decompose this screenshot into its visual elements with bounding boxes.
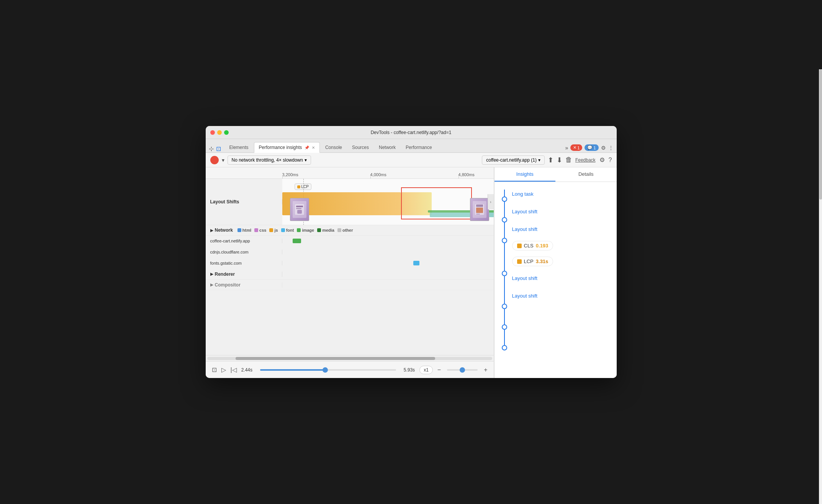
layout-shift-3-link[interactable]: Layout shift — [512, 275, 538, 281]
screenshot-thumb-1[interactable] — [290, 198, 309, 221]
layout-shifts-label: Layout Shifts — [206, 199, 282, 205]
tab-network[interactable]: Network — [374, 142, 400, 152]
title-bar: DevTools - coffee-cart.netlify.app/?ad=1 — [206, 126, 617, 139]
insights-tabs: Insights Details — [495, 167, 617, 182]
vline-6 — [504, 309, 505, 324]
v-circle-7 — [502, 345, 507, 350]
network-row-1: coffee-cart.netlify.app — [206, 236, 494, 247]
scroll-track[interactable] — [207, 357, 492, 360]
url-dropdown[interactable]: coffee-cart.netlify.app (1) ▾ — [482, 155, 545, 165]
zoom-out-icon[interactable]: − — [437, 367, 441, 373]
insight-item-layout4: Layout shift — [512, 287, 617, 304]
ruler-tick-3200 — [282, 175, 283, 178]
settings-icon[interactable]: ⚙ — [601, 145, 606, 151]
legend-html: html — [237, 228, 251, 232]
tab-sources[interactable]: Sources — [347, 142, 373, 152]
legend-js: js — [269, 228, 278, 232]
record-button[interactable] — [210, 156, 219, 164]
vline-2 — [504, 202, 505, 217]
time-start: 2.44s — [241, 367, 252, 373]
layout-shift-4-link[interactable]: Layout shift — [512, 293, 538, 299]
import-icon[interactable]: ⬇ — [557, 156, 562, 164]
close-button[interactable] — [210, 130, 215, 135]
v-circle-4 — [502, 271, 507, 276]
cls-badge: CLS 0.193 — [512, 241, 553, 250]
network-row-2-label: cdnjs.cloudflare.com — [206, 250, 282, 254]
url-chevron-icon: ▾ — [538, 157, 540, 163]
tab-insights[interactable]: Insights — [495, 167, 556, 182]
throttle-dropdown[interactable]: No network throttling, 4× slowdown ▾ — [228, 155, 311, 165]
zoom-in-icon[interactable]: + — [484, 367, 487, 373]
tab-console[interactable]: Console — [321, 142, 347, 152]
cls-badge-row: CLS 0.193 — [512, 238, 617, 254]
scroll-thumb[interactable] — [236, 357, 435, 360]
minimize-button[interactable] — [217, 130, 222, 135]
message-badge[interactable]: 💬 1 — [585, 144, 598, 151]
main-content: 3,200ms 4,000ms 4,800ms Layout Shifts — [206, 167, 617, 378]
svg-rect-6 — [476, 208, 483, 213]
network-row-1-content — [282, 236, 494, 246]
insights-panel: Insights Details — [494, 167, 617, 378]
playback-slider[interactable] — [260, 369, 396, 371]
timeline-area[interactable]: Layout Shifts LCP — [206, 179, 494, 355]
ruler-tick-4000 — [370, 175, 371, 178]
expand-chevron-icon: › — [490, 200, 491, 204]
cls-value: 0.193 — [536, 243, 549, 249]
toolbar-right: Feedback ⚙ ? — [575, 156, 612, 164]
scroll-area[interactable] — [206, 355, 494, 361]
skip-start-button[interactable]: |◁ — [231, 366, 237, 373]
layout-shifts-content: LCP — [282, 179, 494, 225]
network-row-3: fonts.gstatic.com — [206, 258, 494, 269]
renderer-collapse-icon: ▶ — [210, 272, 213, 276]
ruler-mark-4000: 4,000ms — [370, 172, 386, 177]
insights-content: Long task Layout shift Layout shift — [495, 182, 617, 378]
inspect-icon[interactable]: ⊡ — [216, 145, 221, 152]
long-task-link[interactable]: Long task — [512, 191, 534, 197]
feedback-link[interactable]: Feedback — [575, 157, 596, 163]
tab-close-icon[interactable]: ✕ — [312, 146, 315, 150]
layout-shifts-row: Layout Shifts LCP — [206, 179, 494, 225]
tab-elements[interactable]: Elements — [225, 142, 253, 152]
network-header[interactable]: ▶ Network html css js — [206, 225, 494, 236]
maximize-button[interactable] — [224, 130, 229, 135]
tab-performance[interactable]: Performance — [401, 142, 437, 152]
network-bar-1 — [293, 239, 301, 243]
legend-dot-js — [269, 228, 273, 232]
compositor-label: ▶ Compositor — [206, 282, 282, 288]
speed-badge[interactable]: x1 — [419, 366, 433, 374]
screenshot-button[interactable]: ⊡ — [212, 366, 217, 373]
error-badge[interactable]: ✕ 1 — [570, 144, 582, 151]
screenshot-thumb-2[interactable] — [470, 198, 489, 221]
play-button[interactable]: ▷ — [221, 366, 226, 373]
renderer-row[interactable]: ▶ Renderer — [206, 269, 494, 280]
legend-dot-html — [237, 228, 241, 232]
cursor-icon[interactable]: ⊹ — [209, 145, 214, 152]
tab-bar-right: » ✕ 1 💬 1 ⚙ ⋮ — [565, 144, 613, 152]
tab-details[interactable]: Details — [555, 167, 617, 182]
zoom-thumb[interactable] — [460, 367, 465, 373]
zoom-slider[interactable] — [447, 369, 478, 371]
legend-font: font — [281, 228, 294, 232]
settings-gear-icon[interactable]: ⚙ — [599, 156, 605, 164]
export-icon[interactable]: ⬆ — [548, 156, 553, 164]
compositor-row[interactable]: ▶ Compositor — [206, 280, 494, 290]
delete-icon[interactable]: 🗑 — [565, 156, 572, 164]
layout-shift-1-link[interactable]: Layout shift — [512, 209, 538, 214]
network-row-2-content — [282, 247, 494, 257]
insight-item-layout3: Layout shift — [512, 269, 617, 287]
more-icon[interactable]: ⋮ — [608, 145, 614, 151]
layout-shift-2-link[interactable]: Layout shift — [512, 226, 538, 232]
v-circle-1 — [502, 196, 507, 202]
pin-icon: 📌 — [305, 146, 309, 150]
slider-thumb[interactable] — [323, 367, 328, 373]
svg-rect-2 — [296, 208, 301, 209]
help-icon[interactable]: ? — [609, 157, 612, 164]
cls-label: CLS — [524, 243, 534, 249]
expand-button[interactable]: › — [488, 194, 494, 209]
dropdown-arrow-icon[interactable]: ▾ — [222, 157, 224, 163]
svg-rect-5 — [476, 205, 483, 207]
v-circle-6 — [502, 324, 507, 330]
tab-performance-insights[interactable]: Performance insights 📌 ✕ — [254, 142, 320, 153]
overflow-icon[interactable]: » — [565, 145, 568, 151]
ruler-mark-4800: 4,800ms — [458, 172, 475, 177]
